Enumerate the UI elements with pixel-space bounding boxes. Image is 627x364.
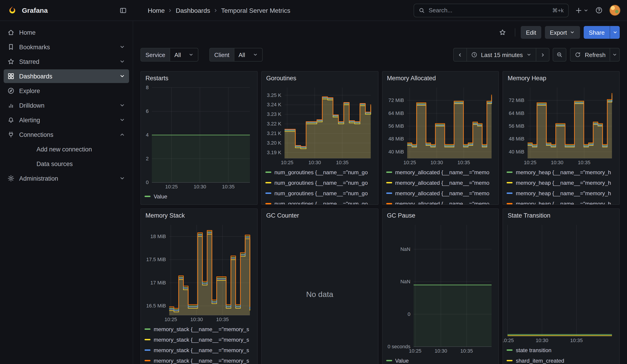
legend-item[interactable]: memory_stack {__name__="memory_s	[145, 355, 254, 364]
user-avatar[interactable]	[609, 4, 621, 16]
export-button[interactable]: Export	[545, 26, 580, 39]
time-series-chart[interactable]: 8642010:2510:3010:35	[143, 84, 255, 190]
panel-title[interactable]: GC Pause	[382, 209, 499, 220]
breadcrumb-home[interactable]: Home	[148, 7, 165, 14]
client-variable-select[interactable]: All	[234, 48, 262, 62]
sidebar-item-data-sources[interactable]: Data sources	[4, 157, 129, 171]
legend-item[interactable]: memory_stack {__name__="memory_s	[145, 334, 254, 345]
service-variable-select[interactable]: All	[170, 48, 198, 62]
chevron-down-icon[interactable]	[119, 102, 125, 108]
top-bar: Grafana Home Dashboards Temporal Server …	[0, 0, 627, 21]
refresh-button[interactable]: Refresh	[570, 48, 610, 62]
legend-series-marker	[507, 182, 513, 183]
svg-text:10:35: 10:35	[460, 348, 473, 354]
sidebar-item-alerting[interactable]: Alerting	[4, 113, 129, 127]
time-range-picker[interactable]: Last 15 minutes	[466, 48, 536, 62]
svg-text:10:30: 10:30	[551, 160, 563, 165]
chart-svg: 10:2510:3010:35	[505, 221, 617, 344]
legend-item[interactable]: state transition	[507, 345, 616, 355]
legend-item[interactable]: num_goroutines {__name__="num_go	[265, 188, 374, 199]
legend-item[interactable]: memory_heap {__name__="memory_h	[507, 199, 616, 204]
svg-text:3.23 K: 3.23 K	[267, 111, 281, 117]
panel-title[interactable]: State Transition	[503, 209, 620, 220]
chevron-down-icon[interactable]	[119, 44, 125, 50]
legend-series-marker	[386, 203, 392, 204]
chevron-down-icon[interactable]	[119, 58, 125, 65]
time-series-chart[interactable]: 18 MiB17.5 MiB17 MiB16.5 MiB10:2510:3010…	[143, 221, 255, 323]
share-button[interactable]: Share	[584, 26, 610, 39]
chevron-down-icon[interactable]	[119, 73, 125, 79]
legend-item[interactable]: shard_item_created	[507, 355, 616, 364]
legend-item[interactable]: memory_stack {__name__="memory_s	[145, 324, 254, 334]
panel-title[interactable]: Memory Allocated	[382, 72, 499, 83]
svg-text:3.19 K: 3.19 K	[267, 150, 281, 155]
svg-text:40 MiB: 40 MiB	[509, 149, 524, 155]
add-new-button[interactable]	[575, 7, 589, 14]
edit-button[interactable]: Edit	[521, 26, 541, 39]
dock-sidebar-icon[interactable]	[119, 7, 127, 14]
panel-title[interactable]: Restarts	[141, 72, 257, 83]
bookmark-icon	[7, 43, 15, 51]
legend-item[interactable]: memory_stack {__name__="memory_s	[145, 345, 254, 355]
time-series-chart[interactable]: 72 MiB64 MiB56 MiB48 MiB40 MiB10:2510:30…	[505, 84, 617, 166]
favorite-star-button[interactable]	[496, 26, 510, 39]
sidebar-item-dashboards[interactable]: Dashboards	[4, 69, 129, 83]
time-shift-back-button[interactable]	[453, 48, 467, 62]
chevron-down-icon[interactable]	[119, 175, 125, 182]
help-icon[interactable]	[595, 6, 603, 14]
panel-legend: memory_stack {__name__="memory_smemory_s…	[141, 323, 257, 364]
sidebar-item-administration[interactable]: Administration	[4, 171, 129, 185]
legend-series-marker	[265, 203, 271, 204]
legend-item[interactable]: memory_allocated {__name__="memo	[386, 177, 495, 188]
zoom-out-button[interactable]	[553, 48, 567, 62]
legend-item[interactable]: memory_heap {__name__="memory_h	[507, 188, 616, 199]
legend-series-label: Value	[395, 357, 409, 364]
panel-legend: Value	[141, 190, 257, 204]
legend-item[interactable]: num_goroutines {__name__="num_go	[265, 199, 374, 204]
chevron-up-icon[interactable]	[119, 131, 125, 138]
panel-title[interactable]: Memory Stack	[141, 209, 257, 220]
sidebar-item-bookmarks[interactable]: Bookmarks	[4, 40, 129, 54]
time-series-chart[interactable]: 10:2510:3010:35	[505, 221, 617, 344]
panel-legend: memory_allocated {__name__="memomemory_a…	[382, 166, 499, 204]
legend-series-label: memory_stack {__name__="memory_s	[154, 347, 249, 353]
panel-title[interactable]: Goroutines	[262, 72, 378, 83]
service-variable-label: Service	[140, 48, 170, 62]
refresh-interval-button[interactable]	[610, 48, 620, 62]
legend-item[interactable]: memory_allocated {__name__="memo	[386, 199, 495, 204]
bell-icon	[7, 116, 15, 124]
panel-memory-allocated: Memory Allocated 72 MiB64 MiB56 MiB48 Mi…	[382, 71, 499, 205]
search-box[interactable]: ⌘+k	[414, 3, 569, 17]
legend-item[interactable]: num_goroutines {__name__="num_go	[265, 167, 374, 177]
sidebar-item-starred[interactable]: Starred	[4, 55, 129, 68]
time-shift-forward-button[interactable]	[536, 48, 550, 62]
sidebar-item-home[interactable]: Home	[4, 26, 129, 39]
chevron-down-icon[interactable]	[119, 117, 125, 123]
legend-item[interactable]: num_goroutines {__name__="num_go	[265, 177, 374, 188]
legend-item[interactable]: memory_allocated {__name__="memo	[386, 167, 495, 177]
panel-title[interactable]: Memory Heap	[503, 72, 620, 83]
sidebar-item-explore[interactable]: Explore	[4, 84, 129, 98]
share-menu-button[interactable]	[610, 26, 620, 39]
time-series-chart[interactable]: 3.25 K3.24 K3.23 K3.22 K3.21 K3.20 K3.19…	[263, 84, 375, 166]
sidebar-item-drilldown[interactable]: Drilldown	[4, 99, 129, 112]
time-series-chart[interactable]: NaNNaN00 seconds10:2510:3010:35	[384, 221, 496, 354]
sidebar-item-add-new-connection[interactable]: Add new connection	[4, 142, 129, 156]
panel-state-transition: State Transition 10:2510:3010:35 state t…	[503, 208, 620, 364]
topbar-actions: ⌘+k	[414, 3, 627, 17]
svg-text:48 MiB: 48 MiB	[388, 136, 404, 142]
panel-legend: memory_heap {__name__="memory_hmemory_he…	[503, 166, 620, 204]
search-input[interactable]	[429, 7, 549, 14]
legend-item[interactable]: Value	[145, 191, 254, 202]
sidebar-item-connections[interactable]: Connections	[4, 128, 129, 141]
svg-text:10:30: 10:30	[430, 160, 443, 165]
grafana-logo[interactable]	[7, 5, 17, 15]
legend-item[interactable]: memory_heap {__name__="memory_h	[507, 167, 616, 177]
legend-item[interactable]: Value	[386, 355, 495, 364]
time-series-chart[interactable]: 72 MiB64 MiB56 MiB48 MiB40 MiB10:2510:30…	[384, 84, 496, 166]
legend-item[interactable]: memory_heap {__name__="memory_h	[507, 177, 616, 188]
panel-title[interactable]: GC Counter	[262, 209, 378, 220]
breadcrumb-dashboards[interactable]: Dashboards	[176, 7, 210, 14]
legend-series-label: num_goroutines {__name__="num_go	[274, 190, 368, 196]
legend-item[interactable]: memory_allocated {__name__="memo	[386, 188, 495, 199]
